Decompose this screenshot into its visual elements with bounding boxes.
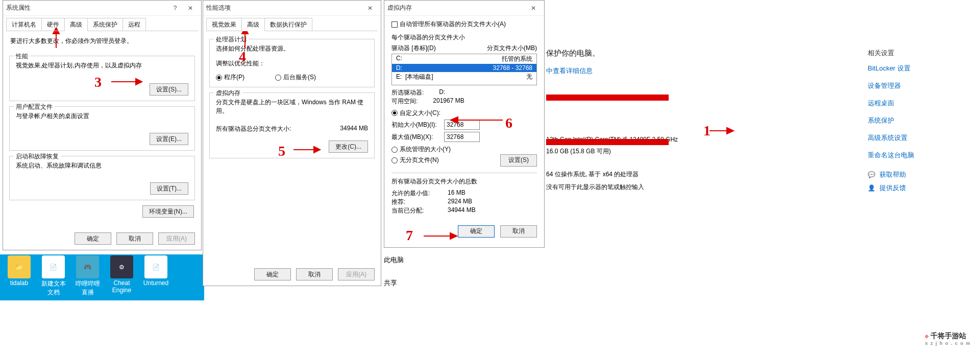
- radio-custom-size[interactable]: 自定义大小(C):: [391, 109, 440, 118]
- system-properties-dialog: 系统属性 ? ✕ 计算机名 硬件 高级 系统保护 远程 要进行大多数更改，你必须…: [3, 0, 202, 250]
- virtual-memory-group: 虚拟内存 分页文件是硬盘上的一块区域，Windows 当作 RAM 使用。 所有…: [209, 92, 375, 158]
- auto-manage-checkbox[interactable]: 自动管理所有驱动器的分页文件大小(A): [391, 20, 506, 29]
- selected-drive-label: 所选驱动器:: [391, 88, 424, 97]
- cancel-button[interactable]: 取消: [500, 225, 537, 238]
- recovery-group: 启动和故障恢复 系统启动、系统故障和调试信息 设置(T)...: [9, 156, 195, 200]
- cancel-button[interactable]: 取消: [296, 268, 333, 280]
- perf-settings-button[interactable]: 设置(S)...: [150, 83, 188, 96]
- profile-group: 用户配置文件 与登录帐户相关的桌面设置 设置(E)...: [9, 106, 195, 151]
- close-icon[interactable]: ✕: [526, 1, 541, 15]
- titlebar: 性能选项 ✕: [203, 1, 381, 16]
- set-button[interactable]: 设置(S): [500, 154, 537, 167]
- recovery-desc: 系统启动、系统故障和调试信息: [16, 161, 188, 170]
- apply-button[interactable]: 应用(A): [158, 232, 195, 245]
- scheduling-group: 处理器计划 选择如何分配处理器资源。 调整以优化性能： 程序(P) 后台服务(S…: [209, 39, 375, 87]
- group-title: 启动和故障恢复: [14, 152, 61, 161]
- tab-remote[interactable]: 远程: [122, 18, 146, 31]
- perf-desc: 视觉效果,处理器计划,内存使用，以及虚拟内存: [16, 61, 188, 70]
- titlebar: 虚拟内存 ✕: [384, 1, 544, 16]
- radio-no-paging[interactable]: 无分页文件(N): [391, 156, 439, 165]
- rec-label: 推荐:: [391, 198, 432, 206]
- table-row: C: 托管的系统: [392, 54, 536, 64]
- desktop-icon[interactable]: 🎮哔哩哔哩直播: [74, 255, 102, 297]
- notice-text: 要进行大多数更改，你必须作为管理员登录。: [3, 32, 201, 51]
- vmem-change-button[interactable]: 更改(C)...: [329, 140, 368, 153]
- rec-value: 2924 MB: [448, 198, 472, 206]
- tabs: 视觉效果 高级 数据执行保护: [203, 16, 381, 31]
- desktop-icons: 📁tidalab 📄新建文本文档 🎮哔哩哔哩直播 ⚙Cheat Engine 📄…: [5, 255, 170, 297]
- sidebar-header: 相关设置: [868, 49, 970, 58]
- dialog-title: 系统属性: [6, 4, 31, 12]
- link-rename-pc[interactable]: 重命名这台电脑: [868, 151, 970, 160]
- vmem-desc: 分页文件是硬盘上的一块区域，Windows 当作 RAM 使用。: [216, 98, 368, 115]
- tab-protection[interactable]: 系统保护: [87, 18, 123, 31]
- tab-dep[interactable]: 数据执行保护: [264, 18, 312, 31]
- link-remote-desktop[interactable]: 远程桌面: [868, 99, 970, 108]
- tab-advanced[interactable]: 高级: [64, 18, 88, 31]
- table-row: E: [本地磁盘]无: [392, 72, 536, 82]
- annotation-7: 7: [406, 227, 413, 244]
- titlebar: 系统属性 ? ✕: [3, 1, 201, 16]
- totals-title: 所有驱动器分页文件大小的总数: [391, 177, 537, 186]
- ok-button[interactable]: 确定: [75, 232, 111, 245]
- radio-background[interactable]: 后台服务(S): [275, 73, 316, 82]
- col-drive: 驱动器 [卷标](D): [391, 44, 436, 53]
- cancel-button[interactable]: 取消: [116, 232, 153, 245]
- tab-computer-name[interactable]: 计算机名: [6, 18, 42, 31]
- link-system-protection[interactable]: 系统保护: [868, 116, 970, 125]
- watermark: ⟐ 千将手游站 s z j h o . c o m: [925, 332, 971, 346]
- close-icon[interactable]: ✕: [183, 1, 198, 15]
- desktop-icon[interactable]: 📄Unturned: [142, 255, 170, 297]
- tab-advanced[interactable]: 高级: [241, 18, 265, 31]
- feedback-icon: 👤: [868, 184, 875, 192]
- related-settings: 相关设置 BitLocker 设置 设备管理器 远程桌面 系统保护 高级系统设置…: [868, 49, 970, 193]
- link-advanced-system[interactable]: 高级系统设置: [868, 133, 970, 143]
- desktop-icon[interactable]: ⚙Cheat Engine: [108, 255, 136, 297]
- drive-list[interactable]: C: 托管的系统 D: 32768 - 32768 E: [本地磁盘]无: [391, 54, 537, 85]
- col-size: 分页文件大小(MB): [487, 44, 537, 53]
- env-vars-button[interactable]: 环境变量(N)...: [142, 205, 194, 218]
- link-feedback[interactable]: 提供反馈: [879, 183, 906, 193]
- total-label: 所有驱动器总分页文件大小:: [216, 125, 291, 133]
- max-size-input[interactable]: [444, 132, 480, 142]
- radio-system-managed[interactable]: 系统管理的大小(Y): [391, 145, 451, 154]
- tab-visual[interactable]: 视觉效果: [206, 18, 242, 31]
- cur-value: 34944 MB: [448, 206, 476, 215]
- group-title: 虚拟内存: [214, 89, 242, 98]
- left-nav-thispc[interactable]: 此电脑: [384, 255, 404, 265]
- min-value: 16 MB: [448, 189, 465, 198]
- ok-button[interactable]: 确定: [254, 268, 291, 280]
- free-space-label: 可用空间:: [391, 97, 418, 106]
- link-device-manager[interactable]: 设备管理器: [868, 81, 970, 90]
- radio-programs[interactable]: 程序(P): [216, 73, 244, 82]
- close-icon[interactable]: ✕: [362, 1, 378, 15]
- profile-settings-button[interactable]: 设置(E)...: [150, 133, 188, 145]
- min-label: 允许的最小值:: [391, 189, 432, 198]
- help-icon: 💬: [868, 171, 875, 178]
- ok-button[interactable]: 确定: [458, 225, 495, 238]
- desktop-icon[interactable]: 📁tidalab: [5, 255, 33, 297]
- table-row: D: 32768 - 32768: [392, 64, 536, 72]
- per-drive-label: 每个驱动器的分页文件大小: [391, 33, 537, 42]
- group-title: 用户配置文件: [14, 103, 55, 111]
- apply-button[interactable]: 应用(A): [338, 268, 375, 280]
- annotation-5: 5: [278, 143, 285, 159]
- desktop-icon[interactable]: 📄新建文本文档: [39, 255, 67, 297]
- redaction-bar: [546, 139, 669, 145]
- annotation-6: 6: [505, 115, 512, 131]
- left-nav-share[interactable]: 共享: [384, 278, 397, 288]
- total-value: 34944 MB: [340, 125, 368, 133]
- performance-options-dialog: 性能选项 ✕ 视觉效果 高级 数据执行保护 处理器计划 选择如何分配处理器资源。…: [203, 0, 381, 286]
- free-space-value: 201967 MB: [433, 97, 464, 106]
- redaction-bar: [546, 95, 669, 101]
- help-icon[interactable]: ?: [167, 1, 183, 15]
- link-get-help[interactable]: 获取帮助: [879, 170, 906, 179]
- initial-size-label: 初始大小(MB)(I):: [391, 121, 440, 129]
- recovery-settings-button[interactable]: 设置(T)...: [150, 182, 188, 195]
- link-bitlocker[interactable]: BitLocker 设置: [868, 64, 970, 73]
- tabs: 计算机名 硬件 高级 系统保护 远程: [3, 16, 201, 31]
- group-title: 性能: [14, 52, 30, 61]
- dialog-title: 性能选项: [206, 4, 231, 12]
- performance-group: 性能 视觉效果,处理器计划,内存使用，以及虚拟内存 设置(S)...: [9, 56, 195, 101]
- selected-drive-value: D:: [439, 88, 445, 97]
